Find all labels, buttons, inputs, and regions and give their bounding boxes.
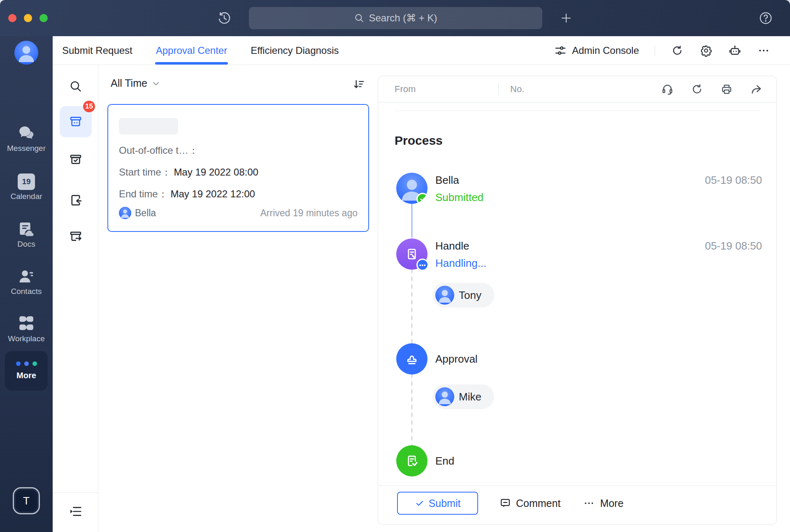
submit-button[interactable]: Submit — [397, 492, 478, 515]
divider — [498, 84, 499, 95]
request-card-footer: Bella Arrived 19 minutes ago — [119, 206, 358, 220]
end-doc-check-icon — [396, 445, 428, 476]
from-field[interactable]: From — [395, 84, 498, 95]
detail-header: From No. — [378, 76, 776, 102]
process-section-title: Process — [395, 134, 443, 148]
time-filter-dropdown[interactable]: All Time — [111, 77, 161, 89]
more-menu-icon[interactable] — [757, 44, 770, 57]
sidebar-item-label: More — [16, 371, 36, 380]
assignee-avatar — [435, 387, 454, 406]
more-actions-label: More — [600, 497, 623, 509]
admin-console-button[interactable]: Admin Console — [554, 44, 639, 57]
sidebar-item-docs[interactable]: Docs — [0, 220, 53, 249]
divider — [655, 45, 655, 56]
rail-sent-icon[interactable] — [69, 229, 83, 243]
collapse-panel-icon[interactable] — [69, 505, 83, 518]
more-actions-button[interactable]: More — [583, 497, 623, 509]
search-icon — [354, 13, 365, 23]
number-field[interactable]: No. — [510, 84, 524, 95]
help-icon[interactable] — [758, 11, 773, 25]
messenger-icon — [17, 124, 36, 142]
new-tab-button[interactable] — [559, 11, 574, 25]
refresh-detail-icon[interactable] — [691, 83, 703, 95]
search-placeholder: Search (⌘ + K) — [369, 12, 437, 24]
assignee-chip-tony[interactable]: Tony — [432, 283, 494, 308]
step-handle-node[interactable]: ••• — [396, 238, 428, 270]
app-window: Search (⌘ + K) Messenger 19 Calen — [0, 0, 790, 532]
sidebar-item-label: Contacts — [11, 287, 42, 296]
sidebar-item-workplace[interactable]: Workplace — [0, 314, 53, 343]
sidebar-item-label: Docs — [17, 240, 35, 249]
step-name: Bella — [435, 174, 459, 187]
sidebar-item-calendar[interactable]: 19 Calendar — [0, 173, 53, 201]
step-status: Submitted — [435, 191, 483, 204]
step-timestamp: 05-19 08:50 — [705, 174, 762, 187]
approval-request-card[interactable]: Out-of-office t…： Start time： May 19 202… — [107, 104, 369, 232]
tab-approval-center[interactable]: Approval Center — [156, 36, 227, 65]
zoom-window-button[interactable] — [40, 14, 48, 22]
sidebar-item-label: Messenger — [7, 144, 46, 153]
arrived-timestamp: Arrived 19 minutes ago — [260, 208, 358, 219]
sort-icon[interactable] — [353, 78, 365, 90]
tenant-avatar[interactable]: T — [13, 487, 40, 514]
calendar-icon: 19 — [18, 173, 35, 190]
print-icon[interactable] — [720, 83, 733, 95]
request-start-time: Start time： May 19 2022 08:00 — [119, 166, 258, 179]
pending-tray-icon — [69, 115, 83, 129]
tab-submit-request[interactable]: Submit Request — [62, 36, 132, 65]
request-title-line: Out-of-office t…： — [119, 144, 198, 157]
tab-efficiency-diagnosis[interactable]: Efficiency Diagnosis — [251, 36, 339, 65]
tenant-avatar-initial: T — [16, 490, 37, 511]
section-divider — [395, 111, 760, 111]
support-headset-icon[interactable] — [661, 83, 674, 95]
action-bar-divider — [378, 486, 776, 486]
module-tabbar: Submit Request Approval Center Efficienc… — [53, 36, 790, 65]
refresh-icon[interactable] — [671, 44, 684, 57]
submit-label: Submit — [429, 497, 461, 509]
rail-processed-icon[interactable] — [69, 153, 83, 167]
comment-icon — [500, 497, 511, 509]
rail-received-icon[interactable] — [69, 193, 83, 207]
close-window-button[interactable] — [8, 14, 16, 22]
window-titlebar: Search (⌘ + K) — [0, 0, 790, 36]
approval-detail-panel: From No. — [378, 76, 777, 525]
sidebar-item-contacts[interactable]: Contacts — [0, 268, 53, 296]
rail-pending-tab[interactable]: 15 — [60, 106, 92, 137]
step-name: Approval — [435, 353, 478, 365]
app-sidebar: Messenger 19 Calendar Docs Contacts — [0, 36, 53, 532]
step-end-node[interactable] — [396, 445, 428, 476]
chevron-down-icon — [151, 79, 161, 88]
sidebar-item-messenger[interactable]: Messenger — [0, 124, 53, 153]
more-dots-icon — [16, 361, 37, 366]
step-approval-node[interactable] — [396, 343, 428, 375]
comment-button[interactable]: Comment — [500, 497, 560, 509]
sliders-icon — [554, 44, 567, 57]
assignee-avatar — [435, 286, 454, 305]
gear-icon[interactable] — [699, 44, 713, 57]
contacts-icon — [17, 268, 35, 285]
rail-search-icon[interactable] — [69, 79, 83, 93]
assignee-chip-mike[interactable]: Mike — [432, 384, 494, 409]
rail-footer — [53, 493, 98, 532]
global-search-input[interactable]: Search (⌘ + K) — [249, 7, 542, 29]
requester-avatar — [119, 207, 131, 219]
share-icon[interactable] — [750, 83, 762, 95]
docs-icon — [17, 220, 35, 238]
workplace-icon — [17, 314, 35, 332]
step-bella-avatar[interactable] — [396, 173, 428, 204]
time-filter-label: All Time — [111, 77, 147, 89]
minimize-window-button[interactable] — [24, 14, 32, 22]
skeleton-title — [119, 118, 178, 134]
robot-icon[interactable] — [728, 44, 741, 57]
sidebar-item-label: Workplace — [8, 334, 44, 343]
sidebar-item-more[interactable]: More — [5, 351, 48, 391]
assignee-name: Mike — [459, 391, 481, 403]
approval-rail: 15 — [53, 65, 98, 532]
history-icon[interactable] — [217, 11, 232, 25]
sidebar-item-label: Calendar — [10, 192, 42, 201]
step-name: End — [435, 455, 454, 467]
step-status: Handling... — [435, 257, 486, 270]
user-avatar[interactable] — [14, 41, 38, 65]
admin-console-label: Admin Console — [572, 45, 639, 56]
ellipsis-icon — [583, 497, 595, 509]
